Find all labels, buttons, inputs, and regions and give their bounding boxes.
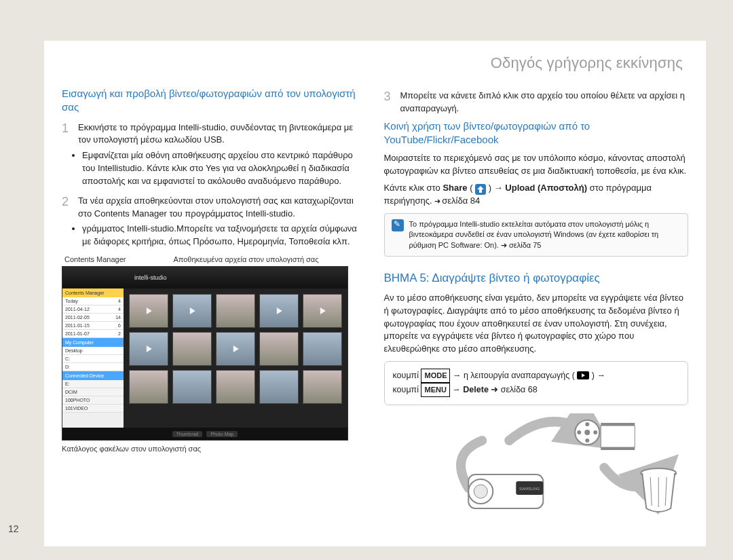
- bottom-tab-photomap[interactable]: Photo Map: [206, 431, 238, 437]
- svg-text:SAMSUNG: SAMSUNG: [519, 487, 540, 491]
- share-paragraph: Μοιραστείτε το περιεχόμενό σας με τον υπ…: [384, 152, 689, 178]
- folder-row[interactable]: 2011-02-0514: [62, 314, 124, 322]
- step-1-bullets: Εμφανίζεται μία οθόνη αποθήκευσης αρχείο…: [82, 149, 366, 188]
- text-fragment: → η λειτουργία αναπαραγωγής (: [450, 371, 577, 380]
- svg-rect-7: [601, 423, 635, 426]
- svg-point-1: [584, 430, 590, 435]
- page-title: Οδηγός γρήγορης εκκίνησης: [44, 41, 706, 79]
- step-number: 3: [384, 90, 395, 115]
- svg-point-4: [577, 430, 581, 434]
- sidebar-header-contents: Contents Manager: [62, 288, 124, 297]
- svg-point-3: [585, 438, 589, 443]
- bullet: γράμματος Intelli-studio.Μπορείτε να ταξ…: [82, 223, 366, 248]
- app-title: intelli-studio: [134, 274, 167, 281]
- mode-button-label: MODE: [421, 369, 450, 383]
- device-name: 101VIDEO: [65, 406, 88, 411]
- step-text-content: Τα νέα αρχεία αποθηκεύονται στον υπολογι…: [78, 195, 354, 219]
- step-2: 2 Τα νέα αρχεία αποθηκεύονται στον υπολο…: [62, 195, 366, 221]
- delete-label: Delete: [463, 385, 489, 394]
- page-ref: σελίδα 68: [501, 385, 538, 394]
- svg-point-11: [474, 485, 487, 498]
- right-column: 3 Μπορείτε να κάνετε διπλό κλικ στο αρχε…: [384, 83, 689, 515]
- folder-row[interactable]: 2011-01-072: [62, 330, 124, 338]
- folder-count: 6: [118, 323, 121, 328]
- text-fragment: ) →: [589, 371, 605, 380]
- sidebar-header-device: Connected Device: [62, 371, 124, 380]
- sidebar-header-mycomputer: My Computer: [62, 338, 124, 347]
- screenshot-block: Contents Manager Αποθηκευμένα αρχεία στο…: [62, 255, 366, 453]
- thumb-video[interactable]: [259, 294, 299, 328]
- sidebar-device: E: DCIM 100PHOTO 101VIDEO: [62, 380, 124, 413]
- share-icon: [475, 184, 486, 195]
- intelli-studio-screenshot: intelli-studio Contents Manager Today4 2…: [62, 266, 348, 441]
- delete-navigation: κουμπί MODE → η λειτουργία αναπαραγωγής …: [384, 361, 689, 405]
- folder-count: 14: [115, 315, 121, 320]
- thumb-image[interactable]: [303, 370, 342, 404]
- thumbnail-grid[interactable]: [124, 288, 347, 428]
- folder-name: 2011-01-15: [65, 323, 90, 328]
- thumb-video[interactable]: [303, 294, 342, 328]
- folder-row[interactable]: Today4: [62, 297, 124, 305]
- app-sidebar: Contents Manager Today4 2011-04-124 2011…: [62, 288, 124, 428]
- bullet: Εμφανίζεται μία οθόνη αποθήκευσης αρχείο…: [82, 149, 366, 188]
- svg-point-2: [585, 422, 589, 426]
- device-row[interactable]: 100PHOTO: [62, 396, 124, 405]
- arrow: →: [452, 385, 463, 394]
- thumb-image[interactable]: [129, 370, 168, 404]
- page-body: Οδηγός γρήγορης εκκίνησης Εισαγωγή και π…: [44, 41, 706, 546]
- step-text: Τα νέα αρχεία αποθηκεύονται στον υπολογι…: [78, 195, 366, 221]
- step-number: 1: [62, 122, 73, 147]
- thumb-image[interactable]: [172, 332, 212, 366]
- note-icon: [392, 219, 404, 231]
- page-ref: σελίδα 84: [434, 195, 480, 206]
- folder-row[interactable]: 2011-01-156: [62, 322, 124, 330]
- drive-name: Desktop: [65, 348, 83, 353]
- svg-rect-6: [601, 426, 635, 447]
- share-label: Share: [443, 183, 467, 193]
- sidebar-drives: Desktop C: D:: [62, 347, 124, 371]
- bottom-tab-thumbnail[interactable]: Thumbnail: [172, 431, 203, 437]
- thumb-video[interactable]: [216, 332, 255, 366]
- device-row[interactable]: E:: [62, 380, 124, 388]
- device-name: 100PHOTO: [65, 398, 90, 403]
- thumb-image[interactable]: [216, 294, 255, 328]
- thumb-video[interactable]: [172, 294, 212, 328]
- step-1: 1 Εκκινήστε το πρόγραμμα Intelli-studio,…: [62, 122, 366, 147]
- menu-button-label: MENU: [421, 383, 449, 397]
- thumb-image[interactable]: [303, 332, 342, 366]
- device-row[interactable]: 101VIDEO: [62, 405, 124, 413]
- drive-row[interactable]: D:: [62, 363, 124, 371]
- thumb-video[interactable]: [129, 294, 168, 328]
- heading-import: Εισαγωγή και προβολή βίντεο/φωτογραφιών …: [62, 87, 366, 115]
- folder-name: 2011-04-12: [65, 307, 90, 312]
- thumb-image[interactable]: [172, 370, 212, 404]
- step-2-bullets: γράμματος Intelli-studio.Μπορείτε να ταξ…: [82, 223, 366, 248]
- text-fragment: κουμπί: [393, 385, 421, 394]
- share-instruction: Κάντε κλικ στο Share ( ) → Upload (Αποστ…: [384, 182, 689, 208]
- label-contents-manager: Contents Manager: [64, 255, 126, 263]
- upload-label: Upload (Αποστολή): [505, 183, 587, 193]
- thumb-video[interactable]: [129, 332, 168, 366]
- app-topbar: intelli-studio: [62, 267, 347, 288]
- info-note: Το πρόγραμμα Intelli-studio εκτελείται α…: [384, 213, 689, 257]
- sidebar-folders: Today4 2011-04-124 2011-02-0514 2011-01-…: [62, 297, 124, 338]
- drive-row[interactable]: Desktop: [62, 347, 124, 355]
- label-saved-files: Αποθηκευμένα αρχεία στον υπολογιστή σας: [126, 255, 366, 263]
- drive-name: C:: [65, 356, 70, 361]
- folder-count: 4: [118, 307, 121, 312]
- device-name: E:: [65, 381, 70, 386]
- drive-row[interactable]: C:: [62, 355, 124, 363]
- step-text: Εκκινήστε το πρόγραμμα Intelli-studio, σ…: [78, 122, 366, 147]
- heading-step5: ΒΗΜΑ 5: Διαγράψτε βίντεο ή φωτογραφίες: [384, 272, 689, 285]
- playback-icon: [577, 371, 589, 379]
- text-fragment: ): [489, 183, 491, 193]
- folder-row[interactable]: 2011-04-124: [62, 305, 124, 314]
- thumb-image[interactable]: [259, 370, 299, 404]
- page-number: 12: [8, 523, 19, 534]
- delete-illustration: SAMSUNG: [384, 413, 689, 515]
- thumb-image[interactable]: [216, 370, 255, 404]
- arrow: →: [494, 183, 506, 193]
- thumb-image[interactable]: [259, 332, 299, 366]
- folder-count: 2: [118, 331, 121, 336]
- device-row[interactable]: DCIM: [62, 388, 124, 396]
